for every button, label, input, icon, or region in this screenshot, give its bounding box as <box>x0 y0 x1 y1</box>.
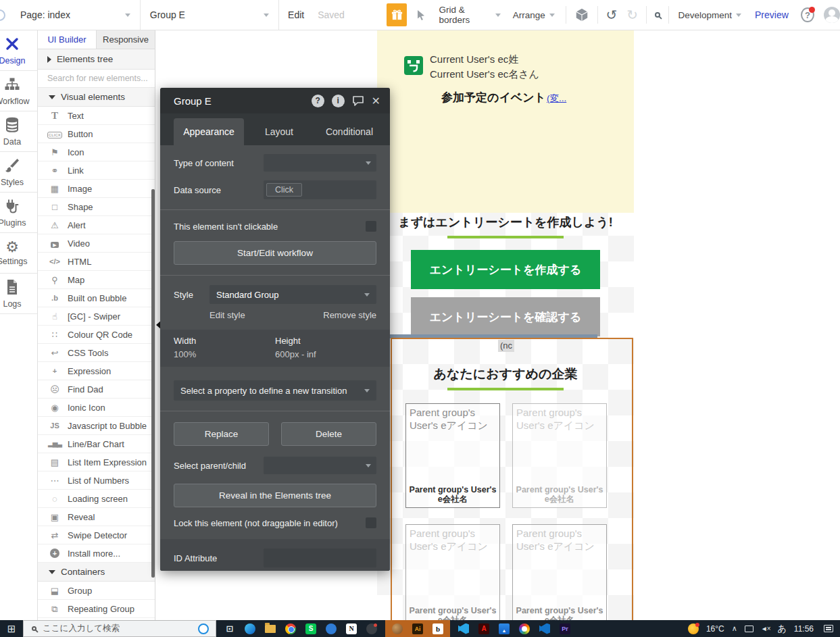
palette-item-line-bar-chart[interactable]: ▂▅▃Line/Bar Chart <box>38 435 155 453</box>
palette-item-button[interactable]: CLICKButton <box>38 125 155 143</box>
weather-icon[interactable] <box>688 623 699 634</box>
select-cursor-icon[interactable] <box>416 9 426 21</box>
tab-ui-builder[interactable]: UI Builder <box>38 30 96 49</box>
transition-dropdown[interactable]: Select a property to define a new transi… <box>174 380 376 401</box>
palette-item-built-on-bubble[interactable]: .bBuilt on Bubble <box>38 289 155 307</box>
palette-item-link[interactable]: ⚭Link <box>38 161 155 180</box>
bubble-app-icon[interactable]: b <box>433 623 443 634</box>
delete-button[interactable]: Delete <box>281 422 376 446</box>
sidebar-item-workflow[interactable]: Workflow <box>0 71 38 111</box>
sidebar-item-styles[interactable]: Styles <box>0 152 38 193</box>
arrange-dropdown[interactable]: Arrange <box>513 10 555 20</box>
section-visual-elements[interactable]: Visual elements <box>38 88 155 107</box>
data-source-field[interactable]: Click <box>264 180 376 199</box>
company-card[interactable]: Parent group's User's eアイコンParent group'… <box>405 524 500 620</box>
display-tray-icon[interactable] <box>745 626 753 632</box>
paint-palette-icon[interactable] <box>519 623 530 634</box>
element-search-input[interactable] <box>47 74 149 83</box>
company-card[interactable]: Parent group's User's eアイコンParent group'… <box>405 403 500 508</box>
recommend-heading[interactable]: あなたにおすすめの企業 <box>377 365 634 383</box>
chrome-icon[interactable] <box>285 623 296 634</box>
reveal-in-tree-button[interactable]: Reveal in the Elements tree <box>174 484 376 507</box>
parent-child-dropdown[interactable] <box>264 457 376 474</box>
help-icon[interactable]: ? <box>801 7 814 22</box>
elements-tree-toggle[interactable]: Elements tree <box>38 49 155 70</box>
data-source-click-button[interactable]: Click <box>266 183 302 197</box>
tab-conditional[interactable]: Conditional <box>314 118 385 145</box>
property-editor-header[interactable]: Group E ? i ✕ <box>160 88 390 113</box>
palette-item-javascript-to-bubble[interactable]: JSJavascript to Bubble <box>38 417 155 435</box>
sidebar-item-logs[interactable]: Logs <box>0 274 38 314</box>
help-icon[interactable]: ? <box>312 95 324 107</box>
premiere-icon[interactable]: Pr <box>560 623 570 634</box>
green-app-icon[interactable]: S <box>305 623 316 634</box>
lock-element-checkbox[interactable] <box>366 517 376 528</box>
volume-muted-icon[interactable]: ◄× <box>761 625 770 632</box>
palette-item-map[interactable]: ⚲Map <box>38 271 155 289</box>
events-change-link[interactable]: (変... <box>547 93 566 103</box>
sidebar-item-data[interactable]: Data <box>0 111 38 152</box>
truncated-text-element[interactable]: (nc <box>498 340 514 352</box>
user-greeting-text[interactable]: Current User's ec姓 Current User's ec名さん <box>430 52 539 82</box>
palette-item-css-tools[interactable]: ↩CSS Tools <box>38 344 155 362</box>
palette-item-reveal[interactable]: ▣Reveal <box>38 508 155 526</box>
sidebar-item-plugins[interactable]: Plugins <box>0 193 38 233</box>
events-heading-row[interactable]: 参加予定のイベント(変... <box>441 90 566 105</box>
remove-style-link[interactable]: Remove style <box>323 310 376 320</box>
user-avatar[interactable] <box>824 7 840 23</box>
edge-icon[interactable] <box>245 623 255 634</box>
palette-item-text[interactable]: TText <box>38 107 155 125</box>
palette-item-gc-swiper[interactable]: ☝[GC] - Swiper <box>38 307 155 326</box>
taskbar-search[interactable]: ここに入力して検索 <box>23 620 216 637</box>
company-card[interactable]: Parent group's User's eアイコンParent group'… <box>512 403 607 508</box>
dark-app-icon[interactable] <box>366 623 377 634</box>
page-index[interactable]: Current User's ec姓 Current User's ec名さん … <box>377 30 634 620</box>
palette-item-group[interactable]: ⬓Group <box>38 582 155 600</box>
palette-item-video[interactable]: ▶Video <box>38 234 155 253</box>
undo-icon[interactable]: ↺ <box>606 7 618 23</box>
info-icon[interactable]: i <box>332 95 345 107</box>
palette-item-alert[interactable]: ⚠Alert <box>38 216 155 234</box>
taskbar-clock[interactable]: 11:56 <box>794 624 814 634</box>
palette-item-install-more[interactable]: +Install more... <box>38 544 155 563</box>
not-clickable-checkbox[interactable] <box>366 221 376 232</box>
palette-item-swipe-detector[interactable]: ⇄Swipe Detector <box>38 526 155 544</box>
sidebar-item-settings[interactable]: ⚙Settings <box>0 233 38 274</box>
grid-borders-dropdown[interactable]: Grid & borders <box>439 5 500 25</box>
section-containers[interactable]: Containers <box>38 563 155 582</box>
edit-style-link[interactable]: Edit style <box>209 310 245 320</box>
style-dropdown[interactable]: Standard Group <box>209 285 376 304</box>
edit-mode-label[interactable]: Edit <box>288 9 304 20</box>
palette-item-icon[interactable]: ⚑Icon <box>38 143 155 161</box>
start-button[interactable]: ⊞ <box>0 623 23 635</box>
sidebar-item-design[interactable]: Design <box>0 30 38 71</box>
photos-icon[interactable]: ▲ <box>499 623 510 634</box>
vscode-icon[interactable] <box>458 623 469 634</box>
cortana-icon[interactable] <box>198 623 209 634</box>
redo-icon[interactable]: ↻ <box>626 7 638 23</box>
palette-item-expression[interactable]: +Expression <box>38 362 155 380</box>
tab-layout[interactable]: Layout <box>244 118 314 145</box>
notion-icon[interactable]: N <box>346 623 357 634</box>
environment-dropdown[interactable]: Development <box>678 10 741 20</box>
palette-item-colour-qr-code[interactable]: ∷Colour QR Code <box>38 326 155 344</box>
action-center-icon[interactable] <box>824 625 833 632</box>
acrobat-icon[interactable]: A <box>478 623 489 634</box>
create-entry-button[interactable]: エントリーシートを作成する <box>411 250 600 289</box>
palette-item-html[interactable]: </>HTML <box>38 253 155 271</box>
palette-item-shape[interactable]: □Shape <box>38 198 155 216</box>
app-logo-icon[interactable] <box>404 56 423 75</box>
ime-indicator[interactable]: あ <box>778 623 787 635</box>
close-icon[interactable]: ✕ <box>372 95 380 107</box>
file-explorer-icon[interactable] <box>265 625 276 633</box>
entry-sheet-heading[interactable]: まずはエントリーシートを作成しよう! <box>377 214 634 230</box>
illustrator-icon[interactable]: Ai <box>412 623 423 634</box>
palette-scrollbar[interactable] <box>151 189 155 578</box>
company-card[interactable]: Parent group's User's eアイコンParent group'… <box>512 524 607 620</box>
3d-cube-icon[interactable] <box>574 7 589 22</box>
check-entry-button[interactable]: エントリーシートを確認する <box>411 297 600 336</box>
tab-responsive[interactable]: Responsive <box>96 30 155 49</box>
comment-icon[interactable] <box>352 95 364 106</box>
palette-item-repeating-group[interactable]: ⧉Repeating Group <box>38 600 155 618</box>
temperature-label[interactable]: 16°C <box>706 624 724 634</box>
